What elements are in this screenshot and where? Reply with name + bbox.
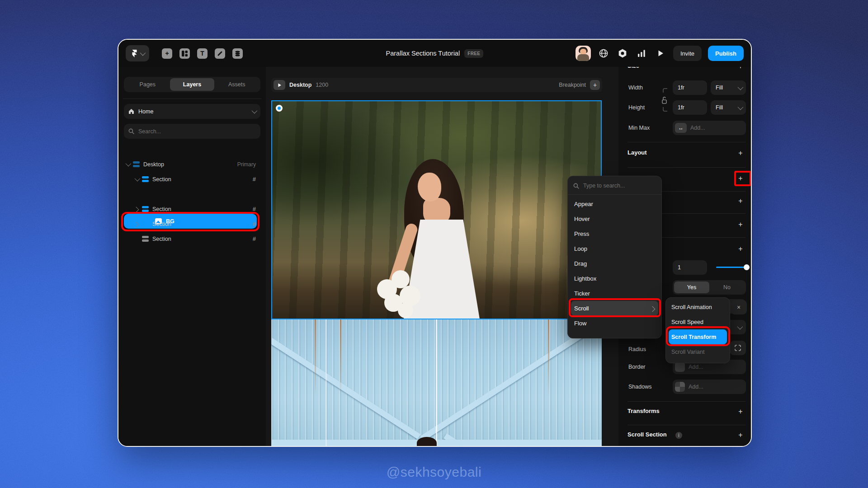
menu-item-hover[interactable]: Hover — [568, 211, 661, 226]
user-avatar[interactable] — [576, 46, 591, 61]
divider — [568, 194, 661, 195]
plugins-button[interactable] — [616, 47, 629, 60]
menu-item-appear[interactable]: Appear — [568, 197, 661, 211]
effects-search-input[interactable]: Type to search... — [568, 179, 661, 192]
breakpoint-bar[interactable]: Desktop 1200 Breakpoint + — [271, 78, 602, 92]
scroll-section-header: Scroll Section i + — [618, 431, 751, 442]
layer-label: Section — [152, 221, 171, 227]
play-icon — [278, 83, 282, 87]
framer-logo-menu[interactable] — [126, 45, 149, 61]
text-tool-button[interactable]: T — [197, 48, 208, 59]
submenu-item-scroll-speed[interactable]: Scroll Speed — [666, 314, 730, 329]
submenu-item-scroll-variant[interactable]: Scroll Variant — [666, 344, 730, 359]
remove-effect-button[interactable]: × — [731, 300, 747, 314]
add-effect-plus-icon[interactable]: + — [736, 174, 745, 183]
border-label: Border — [628, 364, 646, 370]
page-selector[interactable]: Home — [124, 104, 260, 119]
chevron-down-icon — [738, 84, 744, 90]
value-slider[interactable] — [716, 267, 747, 268]
height-input[interactable]: 1fr — [673, 100, 707, 115]
chevron-down-icon[interactable] — [133, 177, 140, 181]
menu-item-loop[interactable]: Loop — [568, 241, 661, 256]
next-section-barn-image[interactable] — [271, 319, 602, 447]
preview-button[interactable] — [654, 47, 667, 60]
value-input[interactable]: 1 — [673, 260, 707, 275]
info-icon[interactable]: i — [675, 432, 682, 439]
layer-row-section-1[interactable]: Section # — [124, 172, 260, 187]
submenu-item-scroll-animation[interactable]: Scroll Animation — [666, 300, 730, 314]
divider — [123, 99, 261, 99]
shadows-swatch — [675, 382, 685, 392]
invite-button[interactable]: Invite — [673, 46, 702, 61]
menu-item-press[interactable]: Press — [568, 226, 661, 241]
chevron-right-icon[interactable] — [133, 207, 140, 211]
tab-pages[interactable]: Pages — [125, 78, 170, 91]
barn-plank — [271, 328, 421, 439]
per-corner-radius-button[interactable] — [730, 341, 746, 355]
cms-button[interactable] — [232, 48, 243, 59]
plus-icon[interactable]: + — [736, 149, 745, 157]
layout-insert-button[interactable] — [179, 48, 190, 59]
slider-knob[interactable] — [744, 264, 750, 270]
section-stack-icon — [142, 221, 149, 227]
canvas[interactable]: Desktop 1200 Breakpoint + — [266, 67, 618, 446]
publish-button[interactable]: Publish — [708, 46, 744, 61]
shadows-row: Shadows Add... — [618, 380, 751, 394]
plus-icon[interactable]: + — [736, 197, 745, 205]
layer-row-section-2[interactable]: Section # — [124, 202, 260, 216]
plus-icon[interactable]: + — [736, 408, 745, 416]
layer-row-section-3[interactable]: Section # — [124, 216, 260, 231]
plus-icon[interactable]: + — [736, 245, 745, 253]
minmax-add-field[interactable]: ↔ Add... — [673, 121, 746, 135]
height-mode-select[interactable]: Fill — [711, 100, 746, 115]
insert-plus-button[interactable]: + — [162, 48, 172, 59]
corner-radius-icon — [735, 345, 741, 351]
layers-search-input[interactable]: Search... — [124, 124, 260, 139]
plus-icon[interactable]: + — [736, 67, 745, 70]
width-label: Width — [628, 84, 643, 91]
selected-section-bg-image[interactable] — [271, 100, 602, 319]
width-input[interactable]: 1fr — [673, 80, 707, 95]
layer-row-desktop[interactable]: Desktop Primary — [124, 157, 260, 172]
chevron-right-icon[interactable] — [133, 222, 140, 226]
site-globe-button[interactable] — [597, 47, 610, 60]
search-icon — [128, 128, 134, 134]
flower-bouquet — [374, 267, 424, 319]
chevron-down-icon — [738, 104, 744, 110]
yes-option[interactable]: Yes — [674, 282, 709, 293]
breakpoint-play-button[interactable] — [274, 80, 285, 90]
add-breakpoint-button[interactable]: + — [590, 80, 600, 90]
layer-label: Section — [152, 176, 171, 183]
tab-assets[interactable]: Assets — [214, 78, 259, 91]
barn-seam — [436, 319, 437, 447]
menu-item-drag[interactable]: Drag — [568, 256, 661, 271]
chevron-down-icon[interactable] — [124, 162, 131, 166]
sidebar-tabs: Pages Layers Assets — [124, 77, 260, 92]
shadows-add-field[interactable]: Add... — [673, 380, 746, 394]
plan-badge: FREE — [464, 49, 483, 58]
vector-tool-button[interactable] — [215, 48, 225, 59]
menu-item-scroll[interactable]: Scroll — [571, 301, 658, 316]
chevron-down-icon — [140, 50, 146, 56]
yes-no-toggle[interactable]: Yes No — [673, 280, 746, 295]
layer-label: Section — [152, 206, 171, 212]
layer-label: Desktop — [143, 161, 164, 168]
submenu-item-scroll-transform[interactable]: Scroll Transform — [669, 329, 727, 344]
menu-item-ticker[interactable]: Ticker — [568, 286, 661, 301]
no-option[interactable]: No — [709, 282, 745, 293]
transforms-header-label: Transforms — [627, 408, 660, 414]
layer-row-section-4[interactable]: Section # — [124, 231, 260, 246]
menu-item-lightbox[interactable]: Lightbox — [568, 271, 661, 286]
plus-icon[interactable]: + — [736, 221, 745, 229]
vector-icon — [217, 51, 223, 56]
radius-label: Radius — [628, 346, 646, 352]
anchor-hash-icon: # — [253, 221, 256, 227]
breakpoint-label: Breakpoint — [559, 82, 586, 88]
breakpoint-device-label: Desktop — [289, 82, 311, 88]
menu-item-flow[interactable]: Flow — [568, 316, 661, 331]
effects-menu: Type to search... Appear Hover Press Loo… — [567, 176, 662, 338]
plus-icon[interactable]: + — [736, 431, 745, 439]
width-mode-select[interactable]: Fill — [711, 80, 746, 95]
analytics-button[interactable] — [635, 47, 648, 60]
tab-layers[interactable]: Layers — [170, 78, 215, 91]
